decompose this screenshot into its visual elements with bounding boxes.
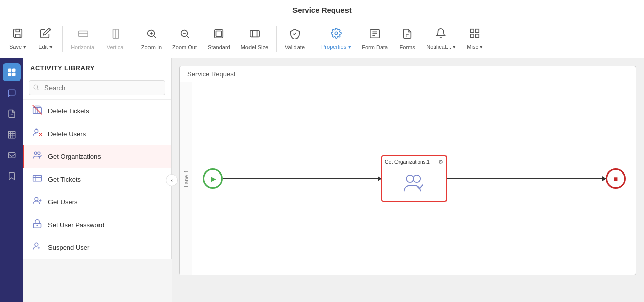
sep3	[276, 26, 277, 52]
node-header: Get Organizations.1 ⚙	[385, 159, 443, 165]
delete-users-icon	[32, 127, 43, 140]
svg-rect-0	[14, 29, 22, 38]
delete-tickets-icon	[32, 105, 43, 117]
notifications-button[interactable]: Notificat... ▾	[422, 25, 460, 53]
zoom-out-icon	[179, 28, 190, 42]
standard-label: Standard	[208, 44, 230, 50]
set-user-password-icon	[32, 219, 43, 231]
nav-grid[interactable]	[3, 125, 21, 144]
vertical-icon	[110, 28, 121, 42]
get-tickets-icon	[32, 173, 43, 186]
vertical-label: Vertical	[107, 44, 125, 50]
app-title: Service Request	[292, 6, 352, 14]
forms-button[interactable]: Forms	[394, 26, 420, 53]
validate-label: Validate	[285, 44, 305, 50]
library-item-get-users[interactable]: Get Users	[23, 191, 171, 213]
library-item-set-user-password[interactable]: Set User Password	[23, 213, 171, 236]
search-input[interactable]	[29, 80, 165, 95]
svg-point-64	[413, 175, 420, 182]
library-item-get-organizations[interactable]: Get Organizations	[23, 145, 171, 168]
vertical-button[interactable]: Vertical	[103, 26, 129, 53]
validate-icon	[289, 28, 301, 42]
get-users-icon	[32, 196, 43, 208]
horizontal-label: Horizontal	[71, 44, 96, 50]
standard-button[interactable]: Standard	[204, 26, 234, 53]
save-label: Save ▾	[9, 44, 26, 50]
misc-label: Misc ▾	[467, 44, 483, 50]
svg-point-60	[35, 243, 38, 246]
svg-line-42	[37, 89, 38, 90]
sep2	[133, 26, 133, 52]
svg-rect-35	[8, 131, 15, 138]
misc-button[interactable]: Misc ▾	[462, 25, 487, 53]
end-node[interactable]: ■	[606, 168, 626, 189]
forms-label: Forms	[400, 44, 415, 50]
svg-rect-27	[476, 29, 479, 32]
nav-docs[interactable]	[3, 105, 21, 123]
nav-chat[interactable]	[3, 84, 21, 102]
start-node[interactable]: ▶	[203, 168, 223, 189]
svg-rect-33	[12, 73, 15, 76]
zoom-in-button[interactable]: Zoom In	[137, 26, 166, 53]
save-icon	[12, 28, 23, 41]
nav-messages[interactable]	[3, 146, 21, 164]
svg-point-55	[35, 197, 38, 201]
svg-line-8	[154, 36, 156, 38]
svg-point-50	[34, 152, 37, 154]
nav-apps[interactable]	[3, 63, 21, 81]
svg-rect-16	[250, 30, 259, 37]
toolbar: Save ▾ Edit ▾ Horizontal Ver	[0, 20, 644, 58]
delete-tickets-label: Delete Tickets	[48, 107, 89, 115]
forms-icon	[402, 28, 413, 42]
svg-rect-28	[471, 34, 474, 37]
edit-icon	[40, 28, 51, 41]
node-body	[398, 168, 431, 198]
library-item-suspend-user[interactable]: Suspend User	[23, 236, 171, 259]
horizontal-button[interactable]: Horizontal	[67, 26, 100, 53]
properties-label: Properties ▾	[321, 44, 351, 50]
nav-bookmark[interactable]	[3, 167, 21, 185]
properties-button[interactable]: Properties ▾	[317, 25, 355, 53]
horizontal-icon	[78, 28, 89, 42]
library-item-delete-users[interactable]: Delete Users	[23, 122, 171, 145]
svg-point-59	[37, 225, 38, 226]
canvas-inner: Lane 1 ▶	[180, 82, 636, 275]
library-panel: ACTIVITY LIBRARY	[23, 58, 172, 302]
canvas-area: Service Request Lane 1 ▶	[172, 58, 644, 302]
form-data-button[interactable]: Form Data	[358, 26, 392, 53]
svg-point-47	[35, 129, 38, 133]
main-area: ACTIVITY LIBRARY	[0, 58, 644, 302]
search-icon	[33, 84, 39, 92]
edit-button[interactable]: Edit ▾	[33, 25, 58, 53]
validate-button[interactable]: Validate	[281, 26, 309, 53]
save-button[interactable]: Save ▾	[5, 25, 30, 53]
zoom-out-label: Zoom Out	[172, 44, 197, 50]
get-organizations-node[interactable]: Get Organizations.1 ⚙	[381, 155, 447, 202]
search-wrapper	[23, 76, 171, 100]
properties-icon	[331, 28, 342, 41]
node-settings-icon[interactable]: ⚙	[438, 159, 443, 165]
svg-rect-2	[15, 34, 20, 37]
model-size-button[interactable]: Model Size	[237, 26, 272, 53]
model-size-icon	[249, 28, 260, 42]
svg-rect-32	[8, 73, 11, 76]
zoom-in-icon	[146, 28, 157, 42]
library-item-get-tickets[interactable]: Get Tickets	[23, 168, 171, 191]
svg-point-51	[38, 152, 40, 154]
get-organizations-label: Get Organizations	[48, 153, 101, 160]
library-item-delete-tickets[interactable]: Delete Tickets	[23, 100, 171, 122]
canvas-title: Service Request	[180, 66, 636, 82]
suspend-user-label: Suspend User	[48, 244, 89, 251]
get-organizations-icon	[32, 150, 43, 163]
svg-rect-31	[12, 69, 15, 71]
notifications-icon	[435, 28, 447, 41]
svg-rect-30	[8, 69, 11, 71]
zoom-in-label: Zoom In	[141, 44, 162, 50]
zoom-out-button[interactable]: Zoom Out	[168, 26, 201, 53]
collapse-library-button[interactable]: ‹	[166, 174, 178, 186]
play-icon: ▶	[211, 175, 216, 183]
edit-label: Edit ▾	[38, 44, 53, 50]
library-items: Delete Tickets Delete Users	[23, 100, 171, 259]
misc-icon	[469, 28, 480, 41]
delete-users-label: Delete Users	[48, 130, 86, 138]
